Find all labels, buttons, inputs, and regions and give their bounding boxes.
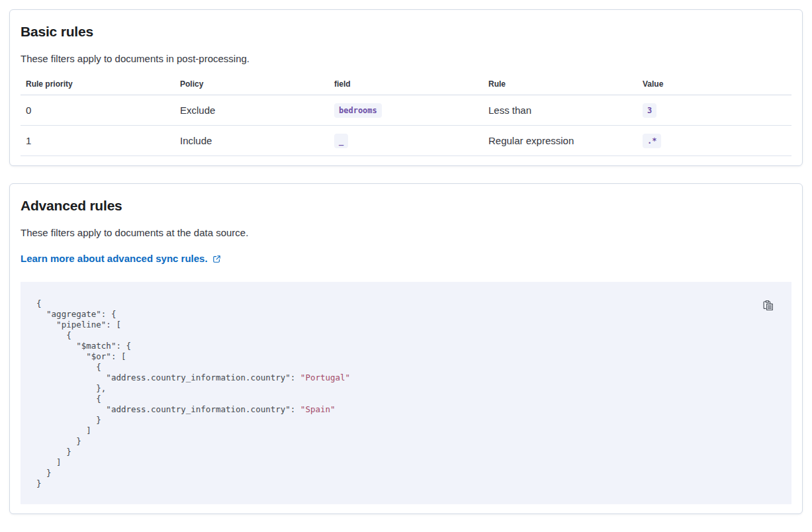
- code-badge: .*: [643, 134, 661, 148]
- advanced-rules-panel: Advanced rules These filters apply to do…: [9, 183, 803, 514]
- advanced-rules-description: These filters apply to documents at the …: [21, 226, 791, 240]
- code-line: {: [36, 362, 776, 373]
- cell-policy: Include: [175, 126, 329, 156]
- code-line: },: [36, 383, 776, 394]
- column-header-policy: Policy: [175, 74, 329, 95]
- table-row: 1Include_Regular expression.*: [21, 126, 791, 156]
- code-badge: bedrooms: [334, 103, 382, 118]
- code-string-value: "Portugal": [300, 373, 350, 382]
- code-line: "$or": [: [36, 351, 776, 362]
- cell-priority: 1: [21, 126, 175, 156]
- copy-clipboard-icon: [762, 300, 774, 311]
- advanced-rules-code-block: { "aggregate": { "pipeline": [ { "$match…: [21, 282, 791, 504]
- code-line: ]: [36, 425, 776, 436]
- column-header-value: Value: [637, 74, 791, 95]
- cell-priority: 0: [21, 95, 175, 126]
- learn-more-link[interactable]: Learn more about advanced sync rules.: [21, 253, 221, 264]
- code-badge: 3: [643, 103, 656, 118]
- code-line: "address.country_information.country": "…: [36, 373, 776, 383]
- basic-rules-description: These filters apply to documents in post…: [21, 52, 791, 66]
- code-line: }: [36, 415, 776, 425]
- code-line: {: [36, 330, 776, 341]
- column-header-rule: Rule: [483, 74, 637, 95]
- code-line: {: [36, 298, 776, 309]
- cell-rule: Less than: [483, 95, 637, 126]
- code-line: }: [36, 447, 776, 457]
- cell-field: bedrooms: [329, 95, 483, 126]
- copy-button[interactable]: [762, 300, 774, 311]
- code-string-value: "Spain": [300, 404, 336, 414]
- cell-value: 3: [637, 95, 791, 126]
- learn-more-link-label: Learn more about advanced sync rules.: [21, 253, 208, 264]
- code-line: "pipeline": [: [36, 320, 776, 330]
- advanced-rules-title: Advanced rules: [21, 197, 791, 214]
- cell-policy: Exclude: [175, 95, 329, 126]
- code-line: "address.country_information.country": "…: [36, 404, 776, 415]
- code-line: {: [36, 394, 776, 404]
- basic-rules-panel: Basic rules These filters apply to docum…: [9, 9, 803, 166]
- column-header-field: field: [329, 74, 483, 95]
- cell-rule: Regular expression: [483, 126, 637, 156]
- code-line: "$match": {: [36, 341, 776, 351]
- code-line: "aggregate": {: [36, 309, 776, 320]
- code-line: }: [36, 468, 776, 478]
- code-line: }: [36, 436, 776, 447]
- code-badge: _: [334, 134, 348, 148]
- column-header-priority: Rule priority: [21, 74, 175, 95]
- external-link-icon: [212, 255, 221, 263]
- basic-rules-title: Basic rules: [21, 23, 791, 40]
- code-line: ]: [36, 457, 776, 468]
- basic-rules-table-body: 0ExcludebedroomsLess than31Include_Regul…: [21, 95, 791, 156]
- code-line: }: [36, 478, 776, 489]
- table-row: 0ExcludebedroomsLess than3: [21, 95, 791, 126]
- basic-rules-table-header-row: Rule priorityPolicyfieldRuleValue: [21, 74, 791, 95]
- cell-value: .*: [637, 126, 791, 156]
- advanced-rules-code: { "aggregate": { "pipeline": [ { "$match…: [36, 298, 776, 489]
- basic-rules-table: Rule priorityPolicyfieldRuleValue 0Exclu…: [21, 74, 791, 156]
- cell-field: _: [329, 126, 483, 156]
